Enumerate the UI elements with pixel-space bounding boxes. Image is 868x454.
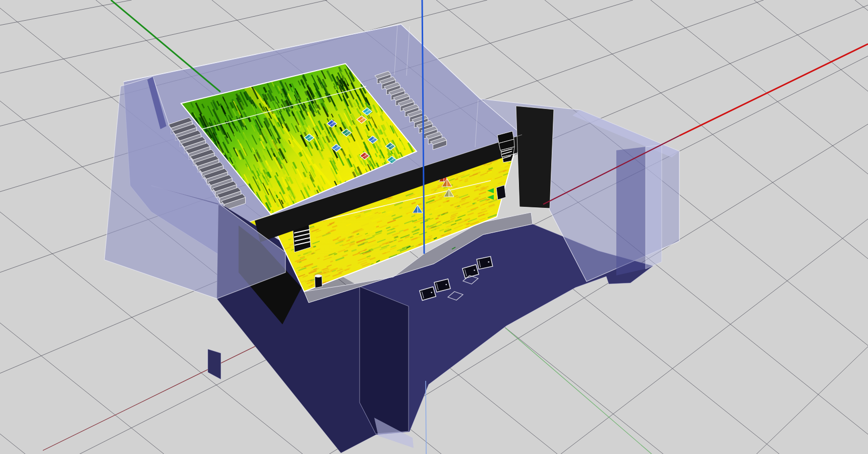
stage-cylinder-icon: [315, 274, 322, 288]
axis-z-below: [426, 381, 426, 454]
scene-canvas: [0, 0, 868, 454]
viewport-3d[interactable]: [0, 0, 868, 454]
